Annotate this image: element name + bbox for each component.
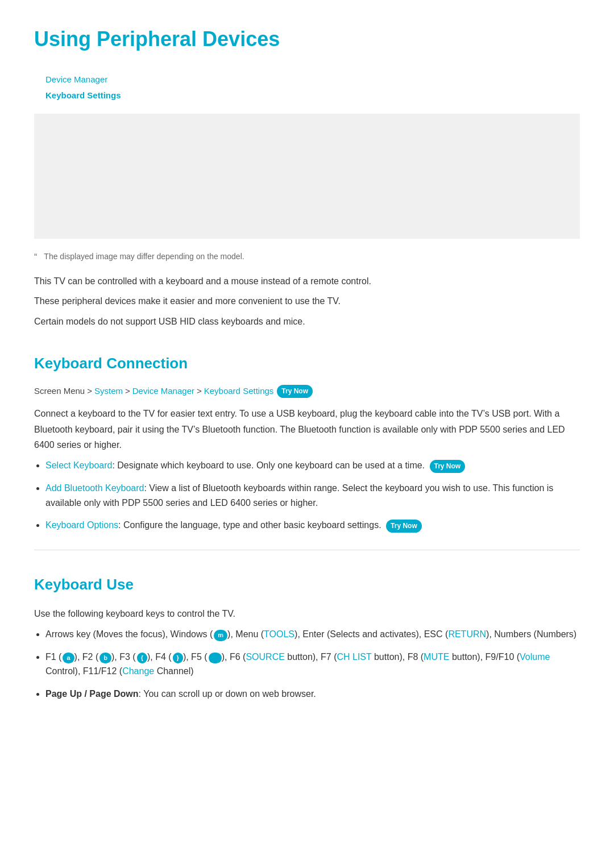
chlist-link[interactable]: CH LIST [337,652,371,662]
arrows-text-3: ), Enter (Selects and activates), ESC ( [294,629,448,639]
keyboard-use-list: Arrows key (Moves the focus), Windows (m… [45,627,580,701]
intro-line-3: Certain models do not support USB HID cl… [34,314,580,329]
bracket-open-badge: { [137,653,147,664]
keyboard-options-label[interactable]: Keyboard Options [45,520,118,530]
f1-text-6: ), F6 ( [222,652,246,662]
keyboard-options-text: : Configure the language, type and other… [118,520,381,530]
f1-text-11: Channel) [154,666,193,676]
page-title: Using Peripheral Devices [34,23,580,56]
list-item-select-keyboard: Select Keyboard: Designate which keyboar… [45,458,580,473]
b-badge: b [99,653,111,664]
toc-item-keyboard-settings[interactable]: Keyboard Settings [45,89,580,102]
keyboard-use-title: Keyboard Use [34,573,580,597]
mute-link[interactable]: MUTE [424,652,449,662]
bracket-close-badge: } [173,653,183,664]
f1-text-1: F1 ( [45,652,61,662]
list-item-arrows: Arrows key (Moves the focus), Windows (m… [45,627,580,642]
device-image [34,114,580,239]
list-item-pageup: Page Up / Page Down: You can scroll up o… [45,687,580,701]
f1-text-7: button), F7 ( [285,652,337,662]
table-of-contents: Device Manager Keyboard Settings [45,73,580,102]
select-keyboard-text: : Designate which keyboard to use. Only … [112,460,425,470]
f1-text-2: ), F2 ( [74,652,99,662]
a-badge: a [63,653,74,664]
list-item-f1: F1 (a), F2 (b), F3 ({ ), F4 (}), F5 ( ),… [45,650,580,679]
f5-badge [209,653,222,664]
breadcrumb-sep-3: > [197,384,202,398]
select-keyboard-label[interactable]: Select Keyboard [45,460,112,470]
try-now-badge-select-keyboard[interactable]: Try Now [430,460,466,473]
breadcrumb-keyboard-settings[interactable]: Keyboard Settings [204,384,274,398]
keyboard-connection-title: Keyboard Connection [34,352,580,376]
volume-link[interactable]: Volume [520,652,550,662]
f1-text-5: ), F5 ( [183,652,208,662]
breadcrumb-system[interactable]: System [94,384,123,398]
breadcrumb-screen-menu: Screen Menu [34,384,85,398]
f1-text-10: Control), F11/F12 ( [45,666,122,676]
intro-line-1: This TV can be controlled with a keyboar… [34,273,580,289]
intro-line-2: These peripheral devices make it easier … [34,293,580,309]
breadcrumb-device-manager[interactable]: Device Manager [132,384,194,398]
note-text: The displayed image may differ depending… [44,250,244,263]
f1-text-9: button), F9/F10 ( [449,652,520,662]
breadcrumb: Screen Menu > System > Device Manager > … [34,384,580,398]
return-link[interactable]: RETURN [448,629,486,639]
toc-item-device-manager[interactable]: Device Manager [45,73,580,86]
list-item-keyboard-options: Keyboard Options: Configure the language… [45,518,580,533]
try-now-badge-breadcrumb[interactable]: Try Now [277,385,313,398]
try-now-badge-keyboard-options[interactable]: Try Now [386,520,422,533]
section-divider [34,550,580,550]
tools-link[interactable]: TOOLS [264,629,294,639]
pageup-text: : You can scroll up or down on web brows… [139,689,316,699]
m-badge: m [214,630,227,641]
arrows-text-4: ), Numbers (Numbers) [486,629,576,639]
note-mark: “ [34,250,37,265]
breadcrumb-sep-1: > [87,384,92,398]
breadcrumb-sep-2: > [125,384,130,398]
keyboard-use-description: Use the following keyboard keys to contr… [34,606,580,621]
f1-text-4: ), F4 ( [147,652,172,662]
change-link[interactable]: Change [122,666,154,676]
arrows-text-2: ), Menu ( [227,629,264,639]
add-bluetooth-label[interactable]: Add Bluetooth Keyboard [45,483,144,493]
list-item-add-bluetooth: Add Bluetooth Keyboard: View a list of B… [45,481,580,510]
image-note: “ The displayed image may differ dependi… [34,250,580,265]
pageup-label: Page Up / Page Down [45,689,139,699]
f1-text-8: button), F8 ( [372,652,424,662]
arrows-text-1: Arrows key (Moves the focus), Windows ( [45,629,213,639]
keyboard-connection-description: Connect a keyboard to the TV for easier … [34,406,580,452]
keyboard-connection-list: Select Keyboard: Designate which keyboar… [45,458,580,533]
source-link[interactable]: SOURCE [246,652,284,662]
f1-text-3: ), F3 ( [111,652,136,662]
